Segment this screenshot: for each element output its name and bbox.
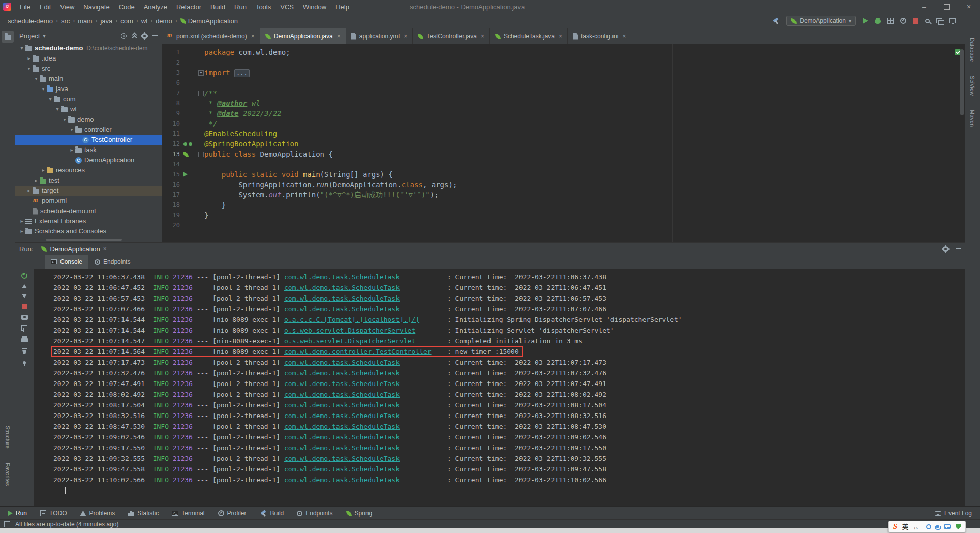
editor-code-area[interactable]: 1package com.wl.demo;23+import ...67-/**… <box>162 44 965 246</box>
sogou-lang-mode[interactable]: 英 <box>902 522 908 531</box>
breadcrumb-item-com[interactable]: com <box>119 16 135 26</box>
run-tab-demoapplication[interactable]: DemoApplication × <box>38 244 109 254</box>
menu-vcs[interactable]: VCS <box>275 1 298 13</box>
tree-item-demo[interactable]: ▾demo <box>15 114 162 125</box>
breadcrumb-item-wl[interactable]: wl <box>140 16 149 26</box>
fold-marker-icon[interactable]: - <box>198 91 204 96</box>
fold-marker-icon[interactable]: - <box>198 152 204 157</box>
build-hammer-icon[interactable] <box>772 17 780 24</box>
tree-item-pom-xml[interactable]: pom.xml <box>15 196 162 206</box>
log-logger-link[interactable]: com.wl.demo.task.ScheduleTask <box>284 284 400 291</box>
log-logger-link[interactable]: o.a.c.c.C.[Tomcat].[localhost].[/] <box>284 316 419 323</box>
menu-code[interactable]: Code <box>114 1 139 13</box>
tree-item-src[interactable]: ▾src <box>15 64 162 74</box>
project-panel-title[interactable]: Project <box>19 32 40 40</box>
previous-occurrence-icon[interactable] <box>22 284 27 288</box>
close-tab-icon[interactable]: × <box>622 33 626 40</box>
menu-view[interactable]: View <box>55 1 79 13</box>
tab-pom-xml-schedule-demo[interactable]: pom.xml (schedule-demo)× <box>162 28 260 44</box>
close-tab-icon[interactable]: × <box>404 33 407 40</box>
toolwindow-button-problems[interactable]: Problems <box>80 510 115 517</box>
toolwindow-button-terminal[interactable]: Terminal <box>172 510 204 517</box>
tab-demoapplication-java[interactable]: DemoApplication.java× <box>260 28 346 44</box>
collapse-all-icon[interactable] <box>132 33 137 39</box>
breadcrumb-item-main[interactable]: main <box>76 16 94 26</box>
chevron-open-icon[interactable]: ▾ <box>40 84 47 94</box>
tree-item-external-libraries[interactable]: ▸External Libraries <box>15 216 162 226</box>
toolwindow-button-run[interactable]: Run <box>8 510 27 517</box>
chevron-open-icon[interactable]: ▾ <box>25 64 33 74</box>
chevron-closed-icon[interactable]: ▸ <box>18 226 25 236</box>
toolwindow-button-endpoints[interactable]: Endpoints <box>297 510 332 517</box>
toolwindow-switcher-icon[interactable] <box>4 521 10 527</box>
tab-task-config-ini[interactable]: task-config.ini× <box>568 28 631 44</box>
log-logger-link[interactable]: com.wl.demo.controller.TestController <box>284 348 432 356</box>
menu-navigate[interactable]: Navigate <box>79 1 114 13</box>
chevron-open-icon[interactable]: ▾ <box>33 74 40 84</box>
console-output[interactable]: 2022-03-22 11:06:37.438 INFO 21236 --- [… <box>34 269 965 507</box>
tab-endpoints[interactable]: Endpoints <box>88 255 136 269</box>
tree-item-wl[interactable]: ▾wl <box>15 104 162 114</box>
spring-bean-icon[interactable] <box>189 142 192 146</box>
log-logger-link[interactable]: com.wl.demo.task.ScheduleTask <box>284 294 400 302</box>
chevron-closed-icon[interactable]: ▸ <box>40 165 47 175</box>
pin-tab-icon[interactable] <box>21 360 27 366</box>
menu-analyze[interactable]: Analyze <box>139 1 172 13</box>
menu-file[interactable]: File <box>15 1 35 13</box>
breadcrumb-item-demo[interactable]: demo <box>154 16 174 26</box>
menu-edit[interactable]: Edit <box>35 1 55 13</box>
dump-threads-icon[interactable] <box>21 315 28 320</box>
project-hscrollbar[interactable] <box>46 239 122 241</box>
toolwindow-button-todo[interactable]: TODO <box>40 510 67 517</box>
menu-refactor[interactable]: Refactor <box>172 1 206 13</box>
tree-item-schedule-demo-iml[interactable]: schedule-demo.iml <box>15 206 162 216</box>
spring-bean-icon[interactable] <box>183 142 187 146</box>
coverage-button[interactable] <box>887 18 894 24</box>
hide-run-panel-icon[interactable] <box>956 248 961 249</box>
tree-item-idea[interactable]: ▸.idea <box>15 53 162 64</box>
sogou-toolbox-icon[interactable] <box>956 524 961 529</box>
run-main-icon[interactable] <box>183 172 188 177</box>
log-logger-link[interactable]: com.wl.demo.task.ScheduleTask <box>284 305 400 313</box>
menu-window[interactable]: Window <box>298 1 331 13</box>
log-logger-link[interactable]: com.wl.demo.task.ScheduleTask <box>284 444 400 452</box>
layout-windows-button[interactable] <box>936 18 942 23</box>
menu-help[interactable]: Help <box>331 1 354 13</box>
close-run-tab-icon[interactable]: × <box>103 245 107 252</box>
tab-application-yml[interactable]: application.yml× <box>346 28 413 44</box>
locate-file-icon[interactable] <box>121 33 127 39</box>
chevron-closed-icon[interactable]: ▸ <box>18 216 25 226</box>
log-logger-link[interactable]: com.wl.demo.task.ScheduleTask <box>284 273 400 281</box>
breadcrumb-item-schedule-demo[interactable]: schedule-demo <box>6 16 54 26</box>
log-logger-link[interactable]: com.wl.demo.task.ScheduleTask <box>284 412 400 420</box>
chevron-closed-icon[interactable]: ▸ <box>25 186 33 196</box>
chevron-closed-icon[interactable]: ▸ <box>68 145 75 155</box>
profiler-button[interactable] <box>900 18 906 24</box>
log-logger-link[interactable]: o.s.web.servlet.DispatcherServlet <box>284 327 415 334</box>
tree-item-resources[interactable]: ▸resources <box>15 165 162 175</box>
tool-button-database[interactable]: Database <box>969 38 975 62</box>
log-logger-link[interactable]: com.wl.demo.task.ScheduleTask <box>284 369 400 377</box>
chevron-closed-icon[interactable]: ▸ <box>33 175 40 186</box>
tree-item-test[interactable]: ▸test <box>15 175 162 186</box>
project-tool-button[interactable] <box>2 31 14 43</box>
chevron-open-icon[interactable]: ▾ <box>18 43 25 53</box>
spring-boot-run-icon[interactable] <box>183 152 189 157</box>
tree-item-scratches-and-consoles[interactable]: ▸Scratches and Consoles <box>15 226 162 236</box>
breadcrumb-item-src[interactable]: src <box>59 16 71 26</box>
close-tab-icon[interactable]: × <box>251 33 255 40</box>
debug-button[interactable] <box>875 19 881 24</box>
toolwindow-button-build[interactable]: Build <box>260 510 284 517</box>
tree-item-testcontroller[interactable]: TestController <box>15 135 162 145</box>
log-logger-link[interactable]: com.wl.demo.task.ScheduleTask <box>284 359 400 366</box>
tool-button-structure[interactable]: Structure <box>5 426 11 449</box>
tree-item-task[interactable]: ▸task <box>15 145 162 155</box>
toolwindow-button-profiler[interactable]: Profiler <box>218 510 247 517</box>
project-settings-icon[interactable] <box>142 33 147 39</box>
tool-button-maven[interactable]: Maven <box>969 110 975 127</box>
chevron-open-icon[interactable]: ▾ <box>68 125 75 135</box>
run-settings-icon[interactable] <box>943 246 948 252</box>
close-tab-icon[interactable]: × <box>481 33 484 40</box>
toolwindow-button-statistic[interactable]: Statistic <box>128 510 159 517</box>
event-log-item[interactable]: Event Log <box>935 510 972 517</box>
